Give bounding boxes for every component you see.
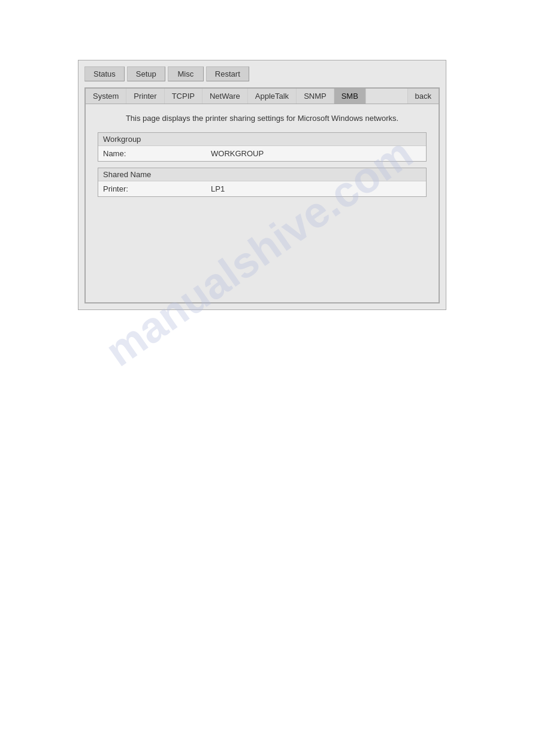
back-button[interactable]: back [407,89,439,104]
printer-value: LP1 [211,184,225,193]
workgroup-name-value: WORKGROUP [211,149,264,158]
empty-area [98,203,427,293]
tab-netware[interactable]: NetWare [202,89,248,104]
tabs-row: System Printer TCPIP NetWare AppleTalk S… [86,89,439,104]
restart-button[interactable]: Restart [206,66,249,81]
outer-container: Status Setup Misc Restart System Printer… [78,60,446,310]
tab-system[interactable]: System [86,89,126,104]
misc-button[interactable]: Misc [168,66,204,81]
tab-tcpip[interactable]: TCPIP [165,89,202,104]
status-button[interactable]: Status [84,66,125,81]
printer-row: Printer: LP1 [98,181,426,196]
tab-smb[interactable]: SMB [334,89,366,104]
shared-name-section: Shared Name Printer: LP1 [98,168,427,197]
main-panel: System Printer TCPIP NetWare AppleTalk S… [84,87,440,303]
tab-appletalk[interactable]: AppleTalk [248,89,297,104]
workgroup-name-row: Name: WORKGROUP [98,146,426,161]
tab-printer[interactable]: Printer [126,89,164,104]
setup-button[interactable]: Setup [127,66,165,81]
shared-name-header: Shared Name [98,168,426,181]
workgroup-section: Workgroup Name: WORKGROUP [98,132,427,162]
toolbar: Status Setup Misc Restart [84,66,440,81]
workgroup-name-label: Name: [103,149,211,158]
printer-label: Printer: [103,184,211,193]
tab-snmp[interactable]: SNMP [297,89,334,104]
panel-content: This page displays the printer sharing s… [86,104,439,302]
workgroup-header: Workgroup [98,133,426,146]
description-text: This page displays the printer sharing s… [98,114,427,123]
